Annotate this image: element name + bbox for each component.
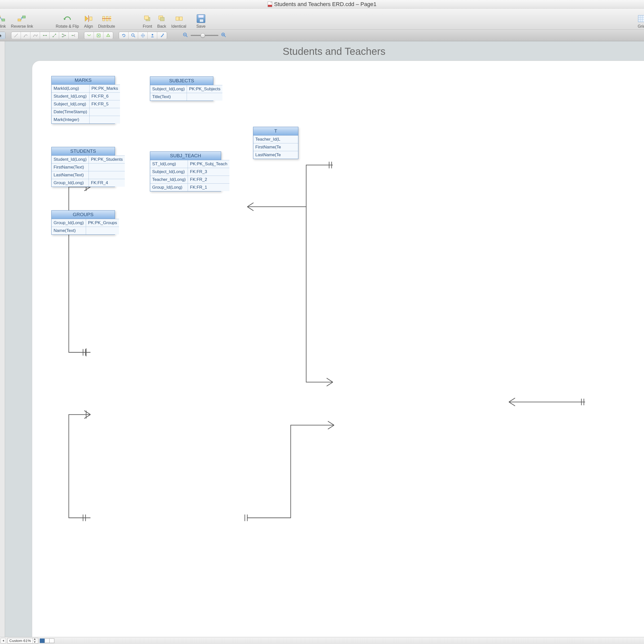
entity-subj-teach-table: ST_Id(Long)PK:PK_Subj_Teach Subject_Id(L…: [150, 160, 229, 191]
entity-groups-header: GROUPS: [52, 211, 115, 219]
cursor-mode-group: [0, 32, 6, 39]
entity-marks-table: MarkId(Long)PK:PK_Marks Student_Id(Long)…: [52, 85, 120, 124]
connector-multi-tool[interactable]: [59, 32, 69, 39]
identical-button[interactable]: Identical: [169, 9, 189, 29]
connector-h-tool[interactable]: [40, 32, 50, 39]
pane-switcher[interactable]: [40, 638, 54, 643]
pane-1[interactable]: [40, 638, 45, 643]
svg-rect-0: [0, 16, 0, 18]
workspace: Students and Teachers: [0, 41, 644, 637]
align-button[interactable]: Align: [82, 9, 96, 29]
entity-subjects[interactable]: SUBJECTS Subject_Id(Long)PK:PK_Subjects …: [150, 76, 213, 101]
refresh-button[interactable]: [119, 32, 129, 39]
svg-marker-6: [85, 16, 88, 21]
svg-point-29: [65, 35, 66, 36]
entity-subj-teach[interactable]: SUBJ_TEACH ST_Id(Long)PK:PK_Subj_Teach S…: [150, 151, 221, 191]
svg-marker-47: [34, 641, 36, 643]
person-button[interactable]: [148, 32, 157, 39]
zoom-in-icon[interactable]: [221, 32, 226, 39]
window-titlebar: Students and Teachers ERD.cdd – Page1: [0, 0, 644, 9]
zoom-value: Custom 61%: [9, 638, 31, 643]
node-tools-group: [84, 32, 113, 39]
entity-groups[interactable]: GROUPS Group_Id(Long)PK:PK_Groups Name(T…: [51, 210, 115, 235]
zoom-button[interactable]: [129, 32, 138, 39]
connector-diag-tool[interactable]: [50, 32, 59, 39]
node-tool-2[interactable]: [94, 32, 103, 39]
pan-button[interactable]: [138, 32, 148, 39]
svg-rect-18: [179, 17, 182, 20]
svg-marker-46: [34, 638, 36, 640]
zoom-field[interactable]: Custom 61%: [8, 638, 38, 643]
eyedropper-button[interactable]: [157, 32, 167, 39]
rotate-flip-button[interactable]: Rotate & Flip: [53, 9, 81, 29]
svg-point-36: [152, 34, 153, 35]
zoom-stepper-up[interactable]: [33, 638, 36, 641]
line-tool[interactable]: [11, 32, 21, 39]
svg-point-27: [62, 34, 63, 35]
pane-2[interactable]: [45, 638, 50, 643]
reverse-link-icon: [17, 14, 26, 24]
distribute-button[interactable]: Distribute: [96, 9, 118, 29]
zoom-slider[interactable]: [191, 35, 218, 36]
node-tool-3[interactable]: [103, 32, 113, 39]
svg-marker-45: [3, 640, 4, 642]
reverse-link-button[interactable]: Reverse link: [8, 9, 35, 29]
identical-icon: [174, 14, 183, 24]
svg-rect-14: [144, 16, 148, 19]
zoom-slider-thumb[interactable]: [200, 33, 205, 38]
entity-groups-table: Group_Id(Long)PK:PK_Groups Name(Text): [52, 219, 119, 234]
zoom-stepper-down[interactable]: [33, 641, 36, 643]
svg-rect-1: [2, 19, 5, 21]
entity-students[interactable]: STUDENTS Student_Id(Long)PK:PK_Students …: [51, 147, 115, 187]
grid-icon: [637, 14, 644, 24]
pane-3[interactable]: [49, 638, 54, 643]
svg-rect-16: [160, 17, 164, 21]
branches-tool[interactable]: [69, 32, 78, 39]
zoom-out-icon[interactable]: [183, 32, 188, 39]
entity-teachers[interactable]: T Teacher_Id(L FirstName(Te LastName(Te: [253, 127, 298, 159]
svg-line-44: [224, 35, 226, 37]
zoom-stepper[interactable]: [32, 638, 36, 643]
document-icon: [268, 2, 272, 7]
entity-teachers-table: Teacher_Id(L FirstName(Te LastName(Te: [253, 135, 298, 159]
back-button[interactable]: Back: [155, 9, 169, 29]
save-button[interactable]: Save: [194, 9, 208, 29]
page-nav-button[interactable]: [1, 638, 6, 643]
grid-button[interactable]: Grid: [634, 9, 644, 29]
line-tools-group: [11, 32, 78, 39]
align-icon: [84, 14, 93, 24]
status-bar: Custom 61%: [0, 637, 644, 644]
arc-tool[interactable]: [21, 32, 30, 39]
svg-rect-8: [90, 17, 92, 20]
svg-rect-17: [176, 17, 179, 20]
spline-tool[interactable]: [30, 32, 40, 39]
svg-rect-19: [638, 15, 644, 22]
distribute-icon: [102, 14, 111, 24]
bring-front-icon: [143, 14, 152, 24]
save-icon: [196, 14, 206, 24]
page-surface: [32, 61, 644, 637]
svg-point-34: [132, 34, 134, 36]
entity-subjects-table: Subject_Id(Long)PK:PK_Subjects Title(Tex…: [150, 85, 222, 101]
diagram-title: Students and Teachers: [24, 41, 644, 60]
send-back-icon: [157, 14, 166, 24]
svg-line-20: [14, 34, 18, 37]
svg-point-21: [43, 35, 44, 36]
front-button[interactable]: Front: [140, 9, 154, 29]
canvas[interactable]: Students and Teachers: [24, 41, 644, 637]
svg-rect-3: [22, 16, 25, 18]
node-tool-1[interactable]: [84, 32, 94, 39]
main-toolbar: e link Reverse link Rotate & Flip Align: [0, 9, 644, 30]
rotate-flip-icon: [63, 14, 72, 24]
make-link-button[interactable]: e link: [0, 9, 8, 29]
entity-subjects-header: SUBJECTS: [150, 77, 213, 85]
svg-point-23: [46, 35, 47, 36]
entity-marks[interactable]: MARKS MarkId(Long)PK:PK_Marks Student_Id…: [51, 76, 115, 124]
svg-line-35: [134, 36, 135, 37]
svg-point-26: [55, 34, 56, 35]
entity-marks-header: MARKS: [52, 76, 115, 85]
select-mode-button[interactable]: [0, 32, 5, 39]
svg-rect-2: [18, 19, 21, 21]
svg-point-32: [98, 35, 99, 36]
vertical-ruler: [0, 41, 5, 637]
